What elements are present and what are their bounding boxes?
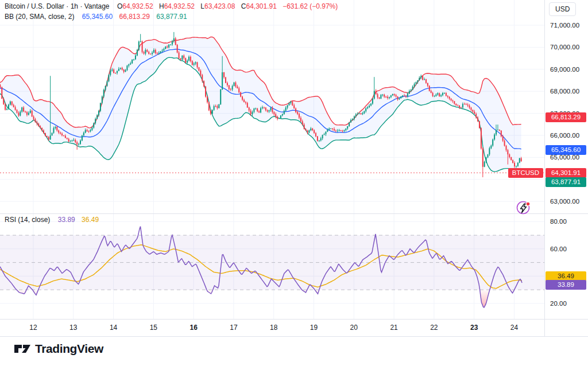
price-tick: 71,000.00 <box>550 21 587 30</box>
rsi-value: 33.89 <box>58 216 75 224</box>
bb-upper-axis-label: 66,813.29 <box>546 112 586 122</box>
symbol-price-tag: BTCUSD <box>508 168 543 178</box>
symbol-title[interactable]: Bitcoin / U.S. Dollar · 1h · Vantage <box>5 2 110 10</box>
time-tick: 19 <box>310 319 318 336</box>
tradingview-mark-icon <box>14 342 31 356</box>
price-tick: 70,000.00 <box>550 42 587 52</box>
bb-legend: BB (20, SMA, close, 2) 65,345.60 66,813.… <box>5 13 187 21</box>
rsi-label[interactable]: RSI (14, close) <box>5 216 50 224</box>
price-tick: 68,000.00 <box>550 87 587 96</box>
bb-basis-value: 65,345.60 <box>82 13 113 21</box>
ohlc-high: H64,932.52 <box>159 2 195 10</box>
rsi-tick: 20.00 <box>550 299 587 308</box>
time-tick: 16 <box>189 319 197 336</box>
chart-canvas[interactable] <box>0 0 588 337</box>
rsi-ma-value: 36.49 <box>82 216 99 224</box>
price-tick: 69,000.00 <box>550 65 587 74</box>
pane-separator[interactable] <box>0 213 588 214</box>
rsi-axis-label: 33.89 <box>546 280 586 290</box>
chart-window: Bitcoin / U.S. Dollar · 1h · Vantage O64… <box>0 0 588 366</box>
symbol-legend: Bitcoin / U.S. Dollar · 1h · Vantage O64… <box>5 2 338 10</box>
bb-basis-axis-label: 65,345.60 <box>546 145 586 155</box>
time-axis-separator <box>0 319 588 320</box>
price-tick: 63,000.00 <box>550 197 587 206</box>
rsi-tick: 80.00 <box>550 217 587 226</box>
footer-separator <box>0 336 588 337</box>
time-tick: 12 <box>29 319 37 336</box>
time-tick: 18 <box>270 319 277 336</box>
last-price-axis-label: 64,301.91 <box>546 168 586 178</box>
rsi-tick: 60.00 <box>550 244 587 254</box>
ohlc-close: C64,301.91 <box>241 2 277 10</box>
bb-lower-axis-label: 63,877.91 <box>546 177 586 187</box>
notification-dot <box>526 202 530 206</box>
time-tick: 14 <box>110 319 117 336</box>
time-tick: 17 <box>230 319 237 336</box>
currency-button[interactable]: USD <box>549 2 576 16</box>
bb-upper-value: 66,813.29 <box>119 13 149 21</box>
bb-label[interactable]: BB (20, SMA, close, 2) <box>5 13 74 21</box>
logo-text: TradingView <box>35 342 103 356</box>
price-change: −631.62 (−0.97%) <box>283 2 338 10</box>
flash-event-icon[interactable] <box>514 198 533 217</box>
time-tick: 22 <box>430 319 438 336</box>
rsi-pane <box>0 227 544 307</box>
bb-lower-value: 63,877.91 <box>156 13 187 21</box>
price-tick: 66,000.00 <box>550 131 587 140</box>
ohlc-low: L63,423.08 <box>200 2 235 10</box>
time-tick: 20 <box>350 319 358 336</box>
ohlc-open: O64,932.52 <box>117 2 153 10</box>
time-tick: 21 <box>390 319 397 336</box>
bollinger-bands <box>0 37 521 174</box>
time-tick: 23 <box>470 319 478 336</box>
time-tick: 24 <box>510 319 518 336</box>
tradingview-logo[interactable]: TradingView <box>14 342 103 356</box>
time-tick: 13 <box>69 319 77 336</box>
price-axis-separator <box>544 0 545 336</box>
time-tick: 15 <box>150 319 157 336</box>
rsi-legend: RSI (14, close) 33.89 36.49 <box>5 216 99 224</box>
